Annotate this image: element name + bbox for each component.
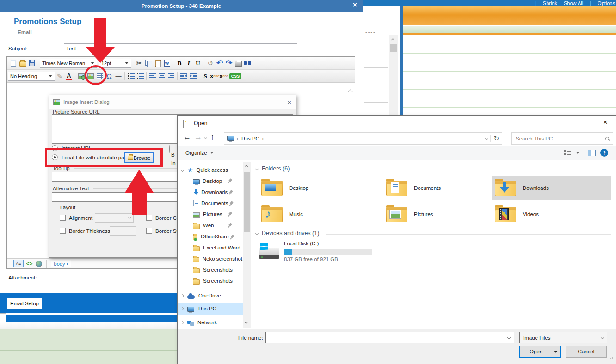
editor-scroll-up-icon[interactable] (348, 90, 353, 94)
chevron-down-icon[interactable] (181, 168, 184, 171)
font-color-icon[interactable]: A (64, 72, 74, 81)
html-view-icon[interactable]: <> (26, 261, 33, 267)
close-icon[interactable]: × (603, 118, 608, 127)
chevron-right-icon[interactable] (181, 294, 184, 297)
align-right-icon[interactable] (166, 72, 176, 81)
superscript-icon[interactable]: xabc (210, 72, 219, 81)
sidebar-item-desktop[interactable]: Desktop (178, 176, 242, 186)
sidebar-item-officeshare[interactable]: OfficeShare (178, 231, 242, 242)
close-icon[interactable]: × (353, 1, 357, 9)
organize-button[interactable]: Organize (185, 150, 214, 156)
open-file-icon[interactable] (18, 59, 27, 68)
sidebar-item-downloads[interactable]: Downloads (178, 187, 242, 197)
scrollbar-thumb[interactable] (390, 44, 397, 52)
view-mode-dropdown-icon[interactable] (576, 152, 579, 154)
recent-locations-icon[interactable] (204, 136, 207, 139)
view-mode-icon[interactable] (564, 150, 571, 156)
paste-from-word-icon[interactable]: W (162, 59, 172, 68)
ordered-list-icon[interactable] (126, 72, 136, 81)
open-split-dropdown-icon[interactable] (552, 346, 560, 357)
folders-group-header[interactable]: Folders (6) (256, 165, 290, 172)
bold-icon[interactable]: B (175, 59, 184, 68)
sidebar-item-quick-access[interactable]: ★Quick access (178, 165, 242, 175)
sidebar-item-screenshots[interactable]: Screenshots (178, 265, 242, 275)
outdent-icon[interactable] (179, 72, 188, 81)
sidebar-item-web[interactable]: Web (178, 220, 242, 231)
preview-pane-icon[interactable] (588, 150, 596, 156)
folder-tile-videos[interactable]: Videos (492, 203, 611, 226)
print-icon[interactable] (234, 59, 243, 68)
resize-grip-icon[interactable] (609, 355, 614, 360)
border-thickness-checkbox-row[interactable]: Border Thickness (60, 228, 110, 234)
close-icon[interactable]: × (287, 98, 291, 106)
underline-icon[interactable]: U (193, 59, 203, 68)
strikethrough-icon[interactable]: S (201, 72, 210, 81)
highlight-pencil-icon[interactable]: ✎ (55, 72, 64, 81)
refresh-icon[interactable]: ↻ (490, 135, 499, 142)
search-icon[interactable] (605, 137, 609, 140)
menu-item-options[interactable]: Options (598, 0, 615, 6)
breadcrumb-chevron-icon[interactable]: › (236, 135, 238, 142)
drive-tile-local-disk[interactable]: Local Disk (C:) 837 GB free of 921 GB (256, 240, 376, 266)
sidebar-item-neko-screenshot[interactable]: Neko screenshot (178, 254, 242, 264)
devices-group-header[interactable]: Devices and drives (1) (256, 230, 319, 237)
menu-item-show-all[interactable]: Show All (564, 0, 583, 6)
email-setup-button[interactable]: Email Setup (7, 298, 42, 309)
chevron-down-icon[interactable] (507, 336, 511, 339)
sidebar-item-screenshots-2[interactable]: Screenshots (178, 276, 242, 286)
alignment-checkbox-row[interactable]: Alignment (60, 215, 92, 221)
align-left-icon[interactable] (148, 72, 157, 81)
checkbox-icon[interactable] (60, 228, 66, 234)
undo-icon[interactable]: ↶ (215, 59, 224, 68)
forward-icon[interactable]: → (194, 133, 202, 142)
scroll-up-icon[interactable] (391, 38, 394, 42)
open-button[interactable]: Open (519, 346, 561, 358)
refresh-icon[interactable]: ↺ (206, 59, 215, 68)
cancel-button[interactable]: Cancel (566, 346, 607, 358)
folder-tile-pictures[interactable]: Pictures (383, 203, 503, 226)
cutoff-radio[interactable] (169, 145, 170, 153)
preview-view-icon[interactable] (36, 261, 42, 267)
folder-tile-downloads[interactable]: Downloads (492, 176, 611, 200)
design-view-icon[interactable]: A≡ (13, 260, 24, 267)
promotion-titlebar[interactable]: Promotion Setup - 348 Example × (0, 0, 363, 12)
checkbox-icon[interactable] (146, 228, 152, 234)
italic-icon[interactable]: I (184, 59, 193, 68)
copy-icon[interactable] (144, 59, 153, 68)
checkbox-icon[interactable] (60, 215, 66, 221)
chevron-down-icon[interactable] (255, 167, 259, 170)
chevron-right-icon[interactable] (181, 321, 184, 324)
help-icon[interactable]: ? (600, 149, 608, 157)
image-dialog-titlebar[interactable]: Image Insert Dialog × (49, 95, 296, 109)
search-input[interactable] (516, 136, 605, 141)
paste-icon[interactable] (153, 59, 162, 68)
sidebar-item-excel-and-word[interactable]: Excel and Word (178, 243, 242, 253)
save-icon[interactable] (27, 59, 37, 68)
sidebar-scrollbar[interactable] (243, 162, 251, 328)
paragraph-style-select[interactable]: No Heading (8, 72, 55, 81)
sidebar-item-pictures[interactable]: Pictures (178, 209, 242, 219)
sidebar-item-onedrive[interactable]: OneDrive (178, 291, 242, 301)
sidebar-item-this-pc[interactable]: This PC (178, 303, 243, 315)
grid-panel-scrollbar[interactable] (389, 35, 398, 115)
checkbox-icon[interactable] (146, 215, 152, 221)
file-name-combo[interactable] (265, 332, 514, 343)
address-bar[interactable]: › This PC › ↻ (224, 132, 502, 145)
unordered-list-icon[interactable] (136, 72, 145, 81)
indent-icon[interactable] (188, 72, 197, 81)
search-box[interactable] (511, 132, 613, 145)
chevron-down-icon[interactable] (255, 231, 259, 235)
redo-icon[interactable]: ↷ (224, 59, 234, 68)
cut-icon[interactable]: ✂ (135, 59, 144, 68)
border-thickness-input[interactable] (110, 226, 136, 236)
breadcrumb-chevron-icon[interactable]: › (262, 135, 264, 142)
body-tag-button[interactable]: body› (51, 260, 72, 267)
menu-item-shrink[interactable]: Shrink (543, 0, 557, 6)
folder-tile-desktop[interactable]: Desktop (259, 176, 378, 200)
folder-tile-documents[interactable]: Documents (383, 176, 503, 200)
chevron-right-icon[interactable] (181, 307, 184, 310)
find-icon[interactable] (243, 59, 252, 68)
align-center-icon[interactable] (157, 72, 166, 81)
scrollbar-thumb[interactable] (244, 172, 250, 232)
breadcrumb[interactable]: This PC (240, 136, 259, 141)
